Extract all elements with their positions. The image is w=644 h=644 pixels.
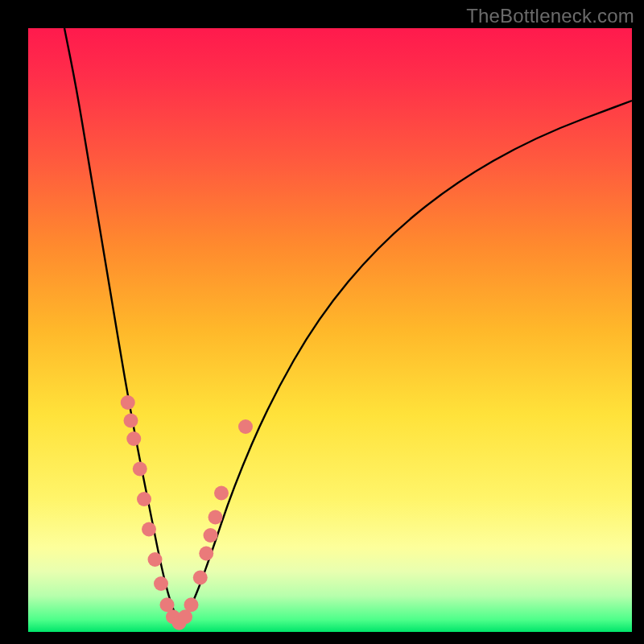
curve-marker — [137, 492, 151, 506]
plot-area — [28, 28, 632, 632]
curve-marker — [204, 528, 218, 543]
curve-marker — [126, 431, 141, 446]
curve-marker — [154, 576, 168, 591]
curve-marker — [208, 510, 223, 525]
curve-marker — [193, 571, 208, 585]
curve-marker — [121, 395, 135, 410]
curve-marker — [124, 414, 138, 428]
curve-marker — [148, 552, 163, 567]
chart-frame: TheBottleneck.com — [0, 0, 644, 644]
curve-markers — [121, 395, 253, 630]
curve-marker — [142, 522, 156, 537]
watermark-label: TheBottleneck.com — [466, 5, 634, 27]
curve-marker — [199, 547, 213, 561]
curve-marker — [238, 419, 253, 434]
curve-marker — [184, 597, 199, 612]
bottleneck-curve — [28, 28, 632, 632]
curve-marker — [133, 462, 147, 477]
curve-marker — [214, 486, 229, 501]
